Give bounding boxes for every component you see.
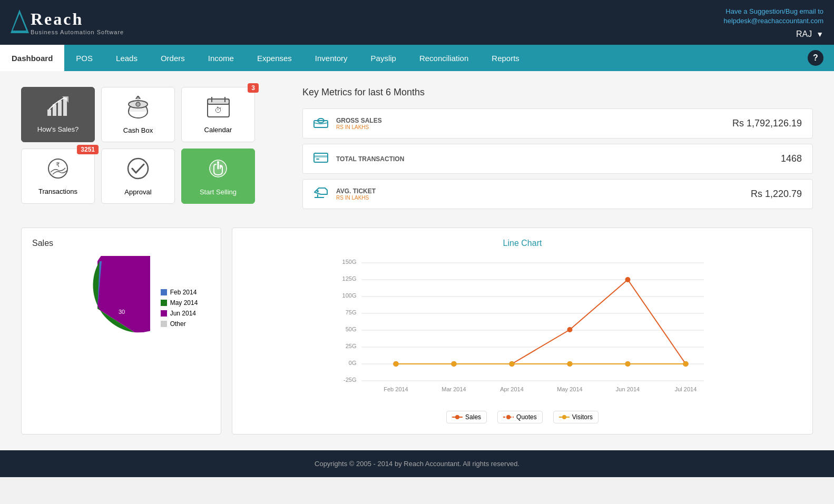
svg-point-9	[136, 102, 140, 106]
svg-text:50G: 50G	[346, 326, 357, 332]
svg-rect-23	[314, 153, 328, 162]
nav-item-inventory[interactable]: Inventory	[303, 45, 359, 71]
tile-approval[interactable]: Approval	[101, 149, 175, 204]
gross-sales-icon	[313, 116, 328, 131]
metrics-title: Key Metrics for last 6 Months	[302, 87, 813, 98]
svg-text:150G: 150G	[342, 259, 357, 265]
line-chart-legend: Sales Quotes Visitors	[243, 411, 802, 423]
legend-label-other: Other	[170, 320, 186, 328]
tile-cash-box[interactable]: Cash Box	[101, 87, 175, 142]
svg-text:-25G: -25G	[344, 377, 356, 383]
legend-visitors: Visitors	[553, 411, 598, 423]
approval-icon	[125, 157, 151, 185]
user-section: RAJ ▼	[723, 29, 823, 39]
svg-point-56	[506, 415, 511, 419]
approval-label: Approval	[124, 188, 151, 196]
legend-sales-label: Sales	[465, 413, 481, 421]
svg-text:Feb 2014: Feb 2014	[384, 386, 408, 392]
cash-box-label: Cash Box	[123, 126, 153, 134]
metrics-section: Key Metrics for last 6 Months GROSS SALE…	[271, 87, 813, 214]
sales-dot-jun	[625, 277, 631, 282]
tiles-section: How's Sales?	[21, 87, 255, 214]
transactions-badge: 3251	[77, 145, 99, 154]
line-chart-card: Line Chart 150G 125G 100G 75G 50G 25G 0G…	[232, 228, 813, 434]
sales-dot-may	[567, 327, 573, 332]
svg-point-18	[128, 159, 148, 179]
svg-point-20	[217, 161, 219, 163]
hows-sales-icon	[46, 96, 70, 122]
total-transaction-info: TOTAL TRANSACTION	[336, 155, 781, 163]
start-selling-label: Start Selling	[200, 188, 237, 196]
tile-transactions[interactable]: 3251 ₹ Transactions	[21, 149, 95, 204]
visitors-dot-feb	[394, 361, 399, 367]
nav-item-orders[interactable]: Orders	[149, 45, 197, 71]
legend-item-may: May 2014	[161, 299, 198, 307]
user-dropdown-arrow[interactable]: ▼	[816, 30, 823, 38]
svg-text:Mar 2014: Mar 2014	[441, 386, 466, 392]
legend-item-feb: Feb 2014	[161, 289, 198, 296]
legend-quotes-label: Quotes	[516, 413, 537, 421]
calendar-icon: ⏱	[207, 96, 230, 123]
tiles-row-1: How's Sales?	[21, 87, 255, 142]
svg-text:Jul 2014: Jul 2014	[675, 386, 697, 392]
suggestion-text: Have a Suggestion/Bug email to	[723, 6, 823, 16]
legend-quotes: Quotes	[497, 411, 543, 423]
transactions-label: Transactions	[38, 187, 77, 195]
total-transaction-name: TOTAL TRANSACTION	[336, 155, 781, 163]
nav-item-pos[interactable]: POS	[64, 45, 104, 71]
avg-ticket-info: AVG. TICKET RS IN LAKHS	[336, 187, 751, 201]
avg-ticket-name: AVG. TICKET	[336, 187, 751, 195]
header-right: Have a Suggestion/Bug email to helpdesk@…	[723, 6, 823, 39]
tile-start-selling[interactable]: Start Selling	[181, 149, 255, 204]
legend-color-may	[161, 300, 167, 306]
avg-ticket-value: Rs 1,220.79	[751, 189, 802, 200]
nav-item-income[interactable]: Income	[197, 45, 246, 71]
username-label: RAJ	[796, 29, 812, 39]
legend-item-other: Other	[161, 320, 198, 328]
pie-container: 68.7% 30 Feb 2014 May 2014 Ju	[32, 256, 210, 363]
visitors-dot-jul	[683, 361, 689, 367]
logo-area: Reach Business Automation Software	[11, 9, 124, 36]
logo-main: Reach	[31, 9, 124, 29]
suggestion-email: helpdesk@reachaccountant.com	[723, 17, 823, 25]
avg-ticket-icon	[313, 187, 328, 201]
help-button[interactable]: ?	[808, 50, 823, 66]
visitors-dot-may	[567, 361, 573, 367]
svg-text:30: 30	[119, 309, 125, 315]
nav-item-expenses[interactable]: Expenses	[246, 45, 303, 71]
start-selling-icon	[207, 157, 230, 185]
svg-text:May 2014: May 2014	[557, 386, 582, 392]
visitors-dot-jun	[625, 361, 631, 367]
tile-calendar[interactable]: 3 ⏱ Calendar	[181, 87, 255, 142]
svg-point-54	[455, 415, 459, 419]
svg-text:Jun 2014: Jun 2014	[616, 386, 640, 392]
svg-text:125G: 125G	[342, 275, 357, 282]
pie-legend: Feb 2014 May 2014 Jun 2014 Other	[161, 289, 198, 331]
svg-text:100G: 100G	[342, 292, 357, 299]
svg-text:⏱: ⏱	[214, 106, 222, 114]
svg-point-58	[562, 415, 566, 419]
calendar-label: Calendar	[204, 126, 232, 134]
nav-item-leads[interactable]: Leads	[104, 45, 149, 71]
svg-text:68.7%: 68.7%	[79, 329, 97, 337]
svg-rect-4	[58, 101, 62, 116]
gross-sales-info: GROSS SALES RS IN LAKHS	[336, 117, 732, 130]
nav-item-payslip[interactable]: Payslip	[359, 45, 408, 71]
logo-text: Reach Business Automation Software	[31, 9, 124, 35]
transactions-icon: ₹	[45, 157, 71, 184]
nav-item-reconciliation[interactable]: Reconciliation	[408, 45, 480, 71]
svg-text:₹: ₹	[56, 161, 60, 169]
line-chart-svg: 150G 125G 100G 75G 50G 25G 0G -25G Feb 2…	[243, 253, 802, 406]
calendar-badge: 3	[248, 83, 259, 93]
legend-label-feb: Feb 2014	[170, 289, 197, 296]
metric-total-transaction: TOTAL TRANSACTION 1468	[302, 144, 813, 174]
nav-item-dashboard[interactable]: Dashboard	[0, 45, 64, 71]
cash-box-icon	[125, 95, 151, 123]
svg-rect-12	[208, 99, 229, 104]
gross-sales-name: GROSS SALES	[336, 117, 732, 124]
hows-sales-label: How's Sales?	[37, 125, 79, 133]
sales-chart-card: Sales 68.7% 30	[21, 228, 221, 434]
main-content: SOFTWARE	[0, 71, 834, 450]
tile-hows-sales[interactable]: How's Sales?	[21, 87, 95, 142]
nav-item-reports[interactable]: Reports	[480, 45, 531, 71]
